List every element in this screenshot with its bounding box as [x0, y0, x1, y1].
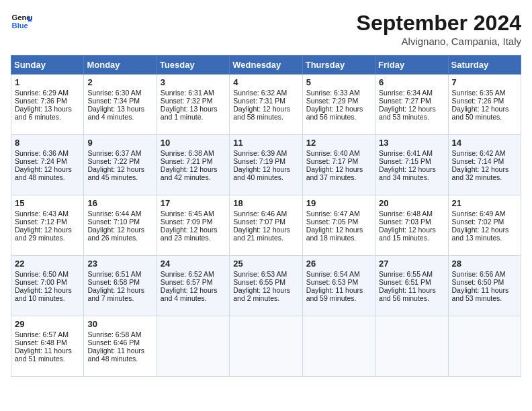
- sunrise-label: Sunrise: 6:46 AM: [233, 210, 287, 218]
- day-number: 15: [15, 198, 80, 208]
- day-number: 2: [87, 77, 152, 87]
- daylight-label: Daylight: 12 hours and 26 minutes.: [87, 226, 144, 242]
- daylight-label: Daylight: 13 hours and 4 minutes.: [87, 105, 144, 121]
- sunset-label: Sunset: 6:57 PM: [161, 278, 213, 286]
- calendar-cell-day-17: 17 Sunrise: 6:45 AM Sunset: 7:09 PM Dayl…: [157, 195, 229, 256]
- calendar-week-row: 15 Sunrise: 6:43 AM Sunset: 7:12 PM Dayl…: [11, 195, 521, 256]
- sunset-label: Sunset: 7:31 PM: [233, 97, 285, 105]
- daylight-label: Daylight: 12 hours and 15 minutes.: [379, 226, 436, 242]
- day-number: 19: [306, 198, 371, 208]
- sunset-label: Sunset: 7:02 PM: [452, 218, 504, 226]
- sunset-label: Sunset: 7:10 PM: [87, 218, 140, 226]
- sunset-label: Sunset: 7:09 PM: [161, 218, 213, 226]
- calendar-body: 1 Sunrise: 6:29 AM Sunset: 7:36 PM Dayli…: [11, 75, 521, 377]
- daylight-label: Daylight: 12 hours and 45 minutes.: [87, 165, 144, 181]
- calendar-header-row: SundayMondayTuesdayWednesdayThursdayFrid…: [11, 56, 521, 75]
- svg-text:Blue: Blue: [12, 21, 28, 30]
- daylight-label: Daylight: 13 hours and 1 minute.: [161, 105, 218, 121]
- calendar-cell-day-24: 24 Sunrise: 6:52 AM Sunset: 6:57 PM Dayl…: [157, 256, 229, 316]
- sunset-label: Sunset: 7:29 PM: [306, 97, 359, 105]
- daylight-label: Daylight: 11 hours and 59 minutes.: [306, 286, 363, 302]
- calendar-cell-day-11: 11 Sunrise: 6:39 AM Sunset: 7:19 PM Dayl…: [230, 135, 302, 195]
- daylight-label: Daylight: 12 hours and 58 minutes.: [233, 105, 290, 121]
- sunset-label: Sunset: 6:46 PM: [87, 338, 140, 347]
- day-number: 23: [87, 259, 152, 269]
- sunset-label: Sunset: 7:07 PM: [233, 218, 285, 226]
- calendar-cell-day-9: 9 Sunrise: 6:37 AM Sunset: 7:22 PM Dayli…: [84, 135, 157, 195]
- calendar-cell-day-4: 4 Sunrise: 6:32 AM Sunset: 7:31 PM Dayli…: [230, 75, 302, 135]
- sunrise-label: Sunrise: 6:37 AM: [87, 149, 141, 157]
- sunset-label: Sunset: 6:50 PM: [452, 278, 504, 286]
- day-number: 11: [233, 138, 298, 148]
- day-number: 1: [15, 77, 80, 87]
- sunset-label: Sunset: 7:12 PM: [15, 218, 67, 226]
- day-number: 26: [306, 259, 371, 269]
- sunrise-label: Sunrise: 6:40 AM: [306, 149, 360, 157]
- sunset-label: Sunset: 7:32 PM: [161, 97, 213, 105]
- sunset-label: Sunset: 6:55 PM: [233, 278, 285, 286]
- col-header-friday: Friday: [375, 56, 448, 75]
- calendar-cell-day-29: 29 Sunrise: 6:57 AM Sunset: 6:48 PM Dayl…: [11, 316, 84, 377]
- daylight-label: Daylight: 12 hours and 13 minutes.: [452, 226, 509, 242]
- col-header-sunday: Sunday: [11, 56, 84, 75]
- day-number: 22: [15, 259, 80, 269]
- day-number: 14: [452, 138, 517, 148]
- daylight-label: Daylight: 12 hours and 29 minutes.: [15, 226, 72, 242]
- day-number: 6: [379, 77, 444, 87]
- col-header-tuesday: Tuesday: [157, 56, 229, 75]
- daylight-label: Daylight: 11 hours and 48 minutes.: [87, 347, 144, 363]
- calendar-cell-day-2: 2 Sunrise: 6:30 AM Sunset: 7:34 PM Dayli…: [84, 75, 157, 135]
- sunrise-label: Sunrise: 6:31 AM: [161, 89, 214, 97]
- calendar-cell-day-10: 10 Sunrise: 6:38 AM Sunset: 7:21 PM Dayl…: [157, 135, 229, 195]
- sunset-label: Sunset: 7:27 PM: [379, 97, 431, 105]
- title-block: September 2024 Alvignano, Campania, Ital…: [357, 11, 521, 47]
- logo-icon: General Blue: [11, 11, 32, 32]
- sunrise-label: Sunrise: 6:36 AM: [15, 149, 69, 157]
- sunset-label: Sunset: 7:03 PM: [379, 218, 431, 226]
- page-header: General Blue September 2024 Alvignano, C…: [11, 11, 521, 47]
- calendar-cell-day-30: 30 Sunrise: 6:58 AM Sunset: 6:46 PM Dayl…: [84, 316, 157, 377]
- sunrise-label: Sunrise: 6:42 AM: [452, 149, 506, 157]
- sunrise-label: Sunrise: 6:41 AM: [379, 149, 433, 157]
- sunset-label: Sunset: 7:19 PM: [233, 157, 285, 165]
- sunset-label: Sunset: 7:21 PM: [161, 157, 213, 165]
- calendar-week-row: 8 Sunrise: 6:36 AM Sunset: 7:24 PM Dayli…: [11, 135, 521, 195]
- daylight-label: Daylight: 12 hours and 42 minutes.: [161, 165, 218, 181]
- daylight-label: Daylight: 12 hours and 50 minutes.: [452, 105, 509, 121]
- daylight-label: Daylight: 12 hours and 56 minutes.: [306, 105, 363, 121]
- calendar-table: SundayMondayTuesdayWednesdayThursdayFrid…: [11, 55, 521, 377]
- calendar-cell-day-28: 28 Sunrise: 6:56 AM Sunset: 6:50 PM Dayl…: [448, 256, 521, 316]
- calendar-cell-day-5: 5 Sunrise: 6:33 AM Sunset: 7:29 PM Dayli…: [302, 75, 375, 135]
- daylight-label: Daylight: 12 hours and 53 minutes.: [379, 105, 436, 121]
- day-number: 18: [233, 198, 298, 208]
- calendar-cell-day-19: 19 Sunrise: 6:47 AM Sunset: 7:05 PM Dayl…: [302, 195, 375, 256]
- calendar-cell-day-22: 22 Sunrise: 6:50 AM Sunset: 7:00 PM Dayl…: [11, 256, 84, 316]
- daylight-label: Daylight: 12 hours and 4 minutes.: [161, 286, 218, 302]
- sunrise-label: Sunrise: 6:57 AM: [15, 330, 69, 338]
- logo: General Blue: [11, 11, 32, 32]
- sunrise-label: Sunrise: 6:53 AM: [233, 270, 287, 278]
- calendar-cell-day-26: 26 Sunrise: 6:54 AM Sunset: 6:53 PM Dayl…: [302, 256, 375, 316]
- sunrise-label: Sunrise: 6:48 AM: [379, 210, 433, 218]
- calendar-cell-day-21: 21 Sunrise: 6:49 AM Sunset: 7:02 PM Dayl…: [448, 195, 521, 256]
- sunrise-label: Sunrise: 6:39 AM: [233, 149, 287, 157]
- day-number: 7: [452, 77, 517, 87]
- calendar-cell-empty: [448, 316, 521, 377]
- day-number: 25: [233, 259, 298, 269]
- col-header-wednesday: Wednesday: [230, 56, 302, 75]
- calendar-cell-day-25: 25 Sunrise: 6:53 AM Sunset: 6:55 PM Dayl…: [230, 256, 302, 316]
- day-number: 9: [87, 138, 152, 148]
- day-number: 20: [379, 198, 444, 208]
- daylight-label: Daylight: 12 hours and 37 minutes.: [306, 165, 363, 181]
- daylight-label: Daylight: 11 hours and 53 minutes.: [452, 286, 509, 302]
- sunrise-label: Sunrise: 6:30 AM: [87, 89, 141, 97]
- sunrise-label: Sunrise: 6:55 AM: [379, 270, 433, 278]
- calendar-week-row: 22 Sunrise: 6:50 AM Sunset: 7:00 PM Dayl…: [11, 256, 521, 316]
- sunrise-label: Sunrise: 6:56 AM: [452, 270, 506, 278]
- day-number: 30: [87, 319, 152, 329]
- sunrise-label: Sunrise: 6:49 AM: [452, 210, 506, 218]
- sunrise-label: Sunrise: 6:58 AM: [87, 330, 141, 338]
- day-number: 3: [161, 77, 226, 87]
- location: Alvignano, Campania, Italy: [357, 36, 521, 47]
- sunset-label: Sunset: 7:22 PM: [87, 157, 140, 165]
